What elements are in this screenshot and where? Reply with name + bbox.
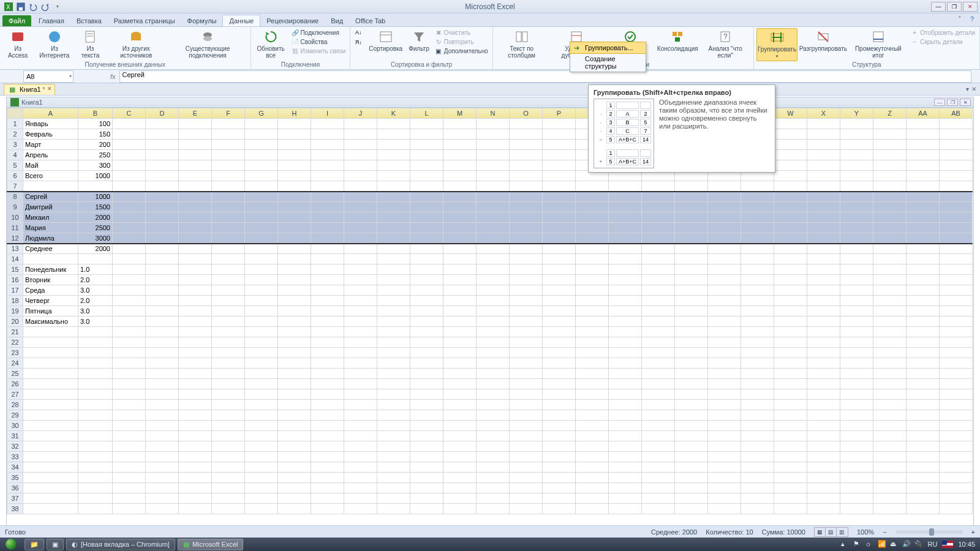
cell[interactable]: [873, 473, 907, 483]
cell[interactable]: [179, 327, 212, 337]
cell[interactable]: [609, 233, 642, 244]
cell[interactable]: [410, 140, 443, 150]
cell[interactable]: [344, 421, 377, 431]
cell[interactable]: [940, 212, 973, 223]
cell[interactable]: [410, 410, 443, 421]
cell[interactable]: Апрель: [23, 150, 78, 160]
cell[interactable]: [377, 410, 410, 421]
cell[interactable]: [311, 140, 344, 150]
cell[interactable]: [179, 369, 212, 379]
cell[interactable]: [510, 171, 543, 181]
cell[interactable]: [212, 233, 245, 244]
cell[interactable]: [113, 233, 146, 244]
cell[interactable]: [443, 192, 477, 202]
cell[interactable]: [609, 181, 642, 192]
cell[interactable]: [179, 254, 212, 264]
cell[interactable]: [741, 441, 774, 452]
cell[interactable]: [741, 431, 774, 441]
cell[interactable]: [477, 389, 510, 400]
cell[interactable]: [146, 317, 179, 327]
cell[interactable]: [344, 400, 377, 410]
cell[interactable]: [146, 348, 179, 358]
cell[interactable]: [510, 223, 543, 233]
cell[interactable]: [675, 202, 708, 212]
cell[interactable]: [377, 223, 410, 233]
cell[interactable]: [410, 212, 443, 223]
cell[interactable]: [543, 306, 576, 317]
help-icon[interactable]: ?: [968, 15, 976, 23]
cell[interactable]: [940, 358, 973, 369]
cell[interactable]: [774, 254, 807, 264]
cell[interactable]: [675, 389, 708, 400]
cell[interactable]: [146, 223, 179, 233]
cell[interactable]: [708, 337, 741, 348]
cell[interactable]: [377, 202, 410, 212]
row-header[interactable]: 7: [7, 181, 23, 192]
cell[interactable]: [113, 296, 146, 306]
cell[interactable]: [840, 504, 873, 514]
cell[interactable]: [344, 337, 377, 348]
cell[interactable]: [410, 348, 443, 358]
cell[interactable]: [873, 160, 907, 171]
tab-home[interactable]: Главная: [32, 15, 70, 26]
cell[interactable]: [675, 410, 708, 421]
cell[interactable]: [741, 192, 774, 202]
cell[interactable]: [543, 389, 576, 400]
tab-view[interactable]: Вид: [325, 15, 349, 26]
cell[interactable]: 250: [78, 150, 113, 160]
cell[interactable]: [510, 160, 543, 171]
cell[interactable]: [807, 369, 840, 379]
cell[interactable]: [477, 264, 510, 275]
cell[interactable]: [443, 327, 477, 337]
cell[interactable]: [576, 254, 609, 264]
cell[interactable]: [807, 493, 840, 504]
cell[interactable]: [23, 348, 78, 358]
cell[interactable]: [840, 140, 873, 150]
cell[interactable]: [410, 473, 443, 483]
cell[interactable]: [179, 296, 212, 306]
cell[interactable]: [311, 504, 344, 514]
cell[interactable]: [377, 317, 410, 327]
cell[interactable]: [410, 254, 443, 264]
cell[interactable]: [907, 223, 940, 233]
cell[interactable]: [543, 212, 576, 223]
cell[interactable]: [179, 452, 212, 462]
cell[interactable]: [212, 181, 245, 192]
cell[interactable]: Среднее: [23, 244, 78, 254]
cell[interactable]: [609, 462, 642, 473]
cell[interactable]: [840, 493, 873, 504]
cell[interactable]: [907, 254, 940, 264]
cell[interactable]: [146, 192, 179, 202]
cell[interactable]: [873, 483, 907, 493]
cell[interactable]: [23, 389, 78, 400]
cell[interactable]: [774, 264, 807, 275]
cell[interactable]: [675, 264, 708, 275]
cell[interactable]: [774, 473, 807, 483]
cell[interactable]: [311, 275, 344, 285]
cell[interactable]: [477, 223, 510, 233]
cell[interactable]: [477, 483, 510, 493]
cell[interactable]: [774, 348, 807, 358]
column-header[interactable]: L: [410, 108, 443, 119]
row-header[interactable]: 5: [7, 160, 23, 171]
tab-file[interactable]: Файл: [2, 15, 31, 26]
cell[interactable]: [410, 181, 443, 192]
cell[interactable]: [510, 150, 543, 160]
cell[interactable]: [675, 504, 708, 514]
cell[interactable]: [774, 421, 807, 431]
cell[interactable]: [543, 483, 576, 493]
cell[interactable]: [278, 160, 311, 171]
cell[interactable]: [940, 192, 973, 202]
cell[interactable]: [311, 483, 344, 493]
cell[interactable]: [543, 275, 576, 285]
cell[interactable]: [477, 171, 510, 181]
cell[interactable]: [443, 473, 477, 483]
cell[interactable]: [774, 317, 807, 327]
cell[interactable]: [708, 202, 741, 212]
cell[interactable]: [245, 504, 278, 514]
cell[interactable]: Март: [23, 140, 78, 150]
cell[interactable]: 150: [78, 129, 113, 140]
cell[interactable]: [840, 306, 873, 317]
cell[interactable]: [311, 233, 344, 244]
cell[interactable]: [477, 202, 510, 212]
